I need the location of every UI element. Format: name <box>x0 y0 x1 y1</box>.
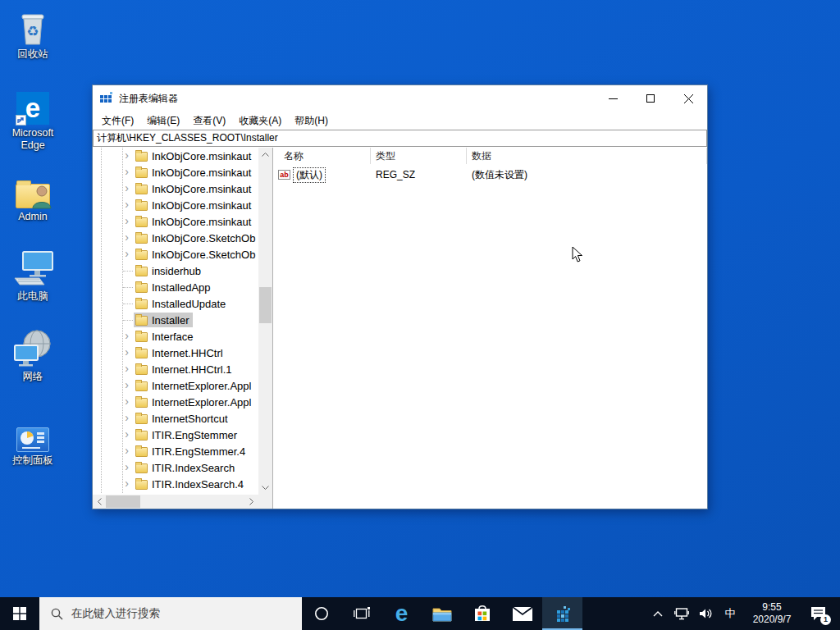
desktop-icon-control-panel[interactable]: 控制面板 <box>2 414 64 467</box>
menu-item[interactable]: 查看(V) <box>186 112 232 130</box>
desktop: ♻ 回收站 e Microsoft Edge Admin <box>0 0 840 630</box>
window-title: 注册表编辑器 <box>119 92 178 106</box>
desktop-icon-recycle-bin[interactable]: ♻ 回收站 <box>2 8 64 61</box>
tree-item[interactable]: › InternetExplorer.Appl <box>93 377 258 394</box>
tree-item-label: ITIR.IndexSearch.4 <box>152 478 244 491</box>
scrollbar-thumb[interactable] <box>106 495 140 508</box>
chevron-right-icon[interactable]: › <box>121 361 132 377</box>
chevron-right-icon[interactable]: › <box>121 213 132 230</box>
desktop-icon-network[interactable]: 网络 <box>2 331 64 383</box>
tree-item[interactable]: › InkObjCore.msinkaut <box>93 213 258 230</box>
chevron-right-icon[interactable]: › <box>121 394 132 410</box>
chevron-right-icon[interactable]: › <box>121 476 132 492</box>
chevron-right-icon[interactable]: › <box>121 148 132 164</box>
maximize-button[interactable] <box>632 85 669 112</box>
chevron-right-icon[interactable]: › <box>121 180 132 197</box>
menu-item[interactable]: 帮助(H) <box>288 112 335 130</box>
column-header-type[interactable]: 类型 <box>371 148 467 164</box>
control-panel-icon <box>2 414 64 452</box>
address-bar[interactable]: 计算机\HKEY_CLASSES_ROOT\Installer <box>93 130 707 147</box>
chevron-right-icon[interactable]: › <box>121 377 132 394</box>
registry-cube-icon <box>553 604 573 623</box>
folder-icon <box>135 217 148 227</box>
tree-connector <box>123 287 133 288</box>
tree-item-label: ITIR.EngStemmer <box>152 429 237 441</box>
tree-item[interactable]: InstalledUpdate <box>93 295 258 312</box>
registry-editor-taskbar-button[interactable] <box>542 597 582 630</box>
network-icon <box>2 331 64 368</box>
mail-taskbar-button[interactable] <box>502 597 542 630</box>
chevron-right-icon[interactable]: › <box>121 246 132 262</box>
tree-item[interactable]: InstalledApp <box>93 279 258 295</box>
desktop-icon-edge[interactable]: e Microsoft Edge <box>2 87 64 152</box>
windows-logo-icon <box>13 607 26 620</box>
tree-item[interactable]: › ITIR.EngStemmer.4 <box>93 443 258 459</box>
tree-item[interactable]: › ITIR.EngStemmer <box>93 427 258 443</box>
menu-item[interactable]: 文件(F) <box>95 112 140 130</box>
tree-item[interactable]: › Internet.HHCtrl.1 <box>93 361 258 377</box>
file-explorer-taskbar-button[interactable] <box>422 597 462 630</box>
tree-item[interactable]: › InkObjCore.msinkaut <box>93 197 258 213</box>
scrollbar-thumb[interactable] <box>259 287 272 323</box>
titlebar[interactable]: 注册表编辑器 <box>93 85 707 112</box>
action-center-button[interactable]: 1 <box>804 606 832 621</box>
volume-tray-icon[interactable] <box>696 608 714 619</box>
menu-item[interactable]: 编辑(E) <box>140 112 186 130</box>
taskbar-search[interactable]: 在此键入进行搜索 <box>39 597 302 630</box>
edge-icon: e <box>395 602 409 625</box>
tree-item[interactable]: › InternetShortcut <box>93 410 258 427</box>
folder-icon <box>135 414 148 424</box>
chevron-right-icon[interactable]: › <box>121 197 132 213</box>
tree-item[interactable]: insiderhub <box>93 262 258 279</box>
tree-item[interactable]: › Interface <box>93 328 258 345</box>
tree-item-label: InternetExplorer.Appl <box>152 396 251 409</box>
ime-indicator[interactable]: 中 <box>720 606 740 621</box>
tree-item[interactable]: › InkObjCore.msinkaut <box>93 164 258 180</box>
tree-item[interactable]: › ITIR.IndexSearch <box>93 459 258 476</box>
chevron-right-icon[interactable]: › <box>121 345 132 361</box>
chevron-right-icon[interactable]: › <box>121 230 132 246</box>
tree-vertical-scrollbar[interactable] <box>258 148 272 495</box>
tree-item[interactable]: › InkObjCore.msinkaut <box>93 148 258 164</box>
store-icon <box>473 605 491 623</box>
tree-item[interactable]: › InkObjCore.SketchOb <box>93 246 258 262</box>
store-taskbar-button[interactable] <box>462 597 502 630</box>
tree-horizontal-scrollbar[interactable] <box>93 495 258 509</box>
values-pane: 名称 类型 数据 ab (默认) REG_SZ (数值未设置) <box>274 148 707 509</box>
edge-taskbar-button[interactable]: e <box>381 597 422 630</box>
scroll-up-icon[interactable] <box>258 148 272 162</box>
network-tray-icon[interactable] <box>673 608 691 620</box>
chevron-right-icon[interactable]: › <box>121 328 132 345</box>
taskbar-clock[interactable]: 9:55 2020/9/7 <box>746 601 798 626</box>
task-view-button[interactable] <box>341 597 381 630</box>
folder-icon <box>135 480 148 490</box>
scroll-right-icon[interactable] <box>244 495 258 509</box>
tree-item[interactable]: › InternetExplorer.Appl <box>93 394 258 410</box>
chevron-right-icon[interactable]: › <box>121 459 132 476</box>
chevron-right-icon[interactable]: › <box>121 164 132 180</box>
scroll-left-icon[interactable] <box>93 495 107 509</box>
search-placeholder: 在此键入进行搜索 <box>71 606 160 621</box>
tree-item[interactable]: Installer <box>93 312 258 328</box>
desktop-icon-admin[interactable]: Admin <box>2 171 64 223</box>
start-button[interactable] <box>0 597 39 630</box>
chevron-right-icon[interactable]: › <box>121 427 132 443</box>
tree-item[interactable]: › InkObjCore.SketchOb <box>93 230 258 246</box>
desktop-icon-this-pc[interactable]: 此电脑 <box>2 250 64 303</box>
tree-item[interactable]: › InkObjCore.msinkaut <box>93 180 258 197</box>
tray-chevron-up-icon[interactable] <box>649 611 667 617</box>
chevron-right-icon[interactable]: › <box>121 443 132 459</box>
column-header-name[interactable]: 名称 <box>274 148 371 164</box>
column-header-data[interactable]: 数据 <box>467 148 707 164</box>
tree-item-label: Internet.HHCtrl <box>152 347 223 359</box>
scroll-down-icon[interactable] <box>258 481 272 495</box>
chevron-right-icon[interactable]: › <box>121 410 132 427</box>
tree-item[interactable]: › Internet.HHCtrl <box>93 345 258 361</box>
menu-item[interactable]: 收藏夹(A) <box>232 112 288 130</box>
registry-value-row[interactable]: ab (默认) REG_SZ (数值未设置) <box>274 167 707 183</box>
close-button[interactable] <box>669 85 707 112</box>
minimize-button[interactable] <box>594 85 632 112</box>
tree-item[interactable]: › ITIR.IndexSearch.4 <box>93 476 258 492</box>
tree-item-label: Interface <box>152 331 194 343</box>
cortana-button[interactable] <box>302 597 341 630</box>
